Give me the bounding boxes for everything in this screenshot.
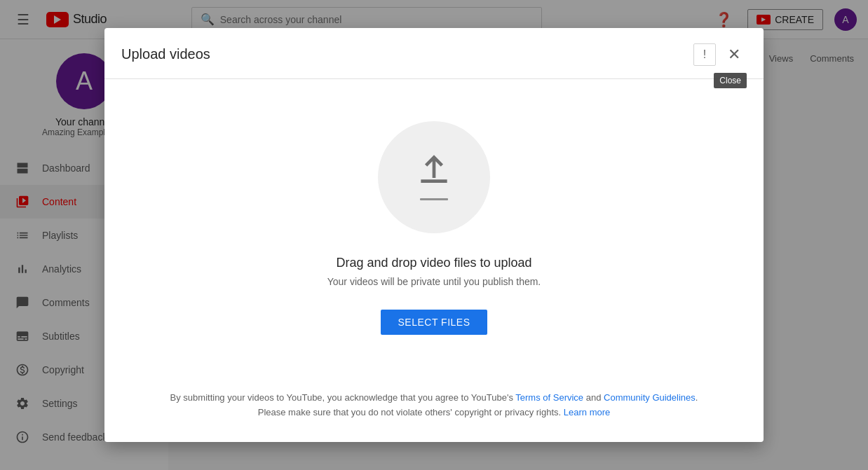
footer-text: By submitting your videos to YouTube, yo… [121, 391, 747, 420]
modal-header: Upload videos ! ✕ Close [104, 28, 764, 79]
learn-more-link[interactable]: Learn more [564, 407, 610, 417]
select-files-button[interactable]: SELECT FILES [381, 310, 487, 335]
footer-line2: Please make sure that you do not violate… [258, 407, 564, 417]
close-icon: ✕ [728, 46, 740, 64]
upload-drag-title: Drag and drop video files to upload [336, 256, 531, 270]
modal-header-icons: ! ✕ Close [693, 42, 747, 67]
close-tooltip: Close [714, 73, 747, 88]
terms-of-service-link[interactable]: Terms of Service [515, 392, 583, 403]
modal-title: Upload videos [121, 46, 210, 62]
upload-drag-subtitle: Your videos will be private until you pu… [327, 276, 541, 287]
modal-overlay: Upload videos ! ✕ Close [0, 0, 868, 470]
modal-close-button[interactable]: ✕ [721, 42, 747, 67]
footer-mid: and [583, 392, 604, 403]
footer-prefix: By submitting your videos to YouTube, yo… [170, 392, 516, 403]
modal-body: Drag and drop video files to upload Your… [104, 79, 764, 363]
feedback-exclamation-icon: ! [703, 48, 706, 61]
upload-arrow [414, 153, 454, 200]
community-guidelines-link[interactable]: Community Guidelines [604, 392, 696, 403]
modal-feedback-button[interactable]: ! [693, 43, 716, 66]
upload-arrow-icon [414, 153, 454, 193]
upload-line [420, 198, 448, 200]
upload-modal: Upload videos ! ✕ Close [104, 28, 764, 443]
footer-suffix: . [696, 392, 698, 403]
modal-footer: By submitting your videos to YouTube, yo… [104, 363, 764, 443]
upload-icon-circle [378, 121, 490, 233]
